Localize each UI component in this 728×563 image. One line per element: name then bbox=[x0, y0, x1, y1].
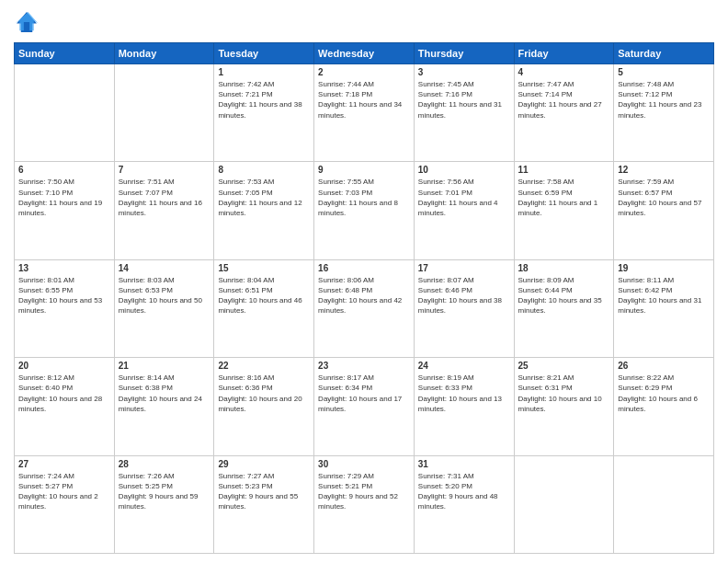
logo-icon bbox=[14, 9, 40, 35]
day-number: 28 bbox=[119, 459, 210, 469]
day-number: 5 bbox=[618, 67, 710, 77]
day-info: Sunrise: 7:27 AMSunset: 5:23 PMDaylight:… bbox=[218, 471, 310, 512]
day-number: 20 bbox=[18, 361, 110, 371]
day-number: 1 bbox=[218, 67, 310, 77]
day-info: Sunrise: 8:12 AMSunset: 6:40 PMDaylight:… bbox=[18, 373, 110, 414]
logo bbox=[14, 9, 43, 35]
day-number: 22 bbox=[218, 361, 310, 371]
day-info: Sunrise: 7:47 AMSunset: 7:14 PMDaylight:… bbox=[518, 79, 610, 121]
empty-cell bbox=[15, 64, 115, 162]
day-info: Sunrise: 8:09 AMSunset: 6:44 PMDaylight:… bbox=[518, 275, 610, 316]
day-cell-29: 29Sunrise: 7:27 AMSunset: 5:23 PMDayligh… bbox=[214, 455, 314, 553]
day-number: 26 bbox=[618, 361, 710, 371]
day-number: 17 bbox=[418, 263, 510, 273]
week-row-1: 1Sunrise: 7:42 AMSunset: 7:21 PMDaylight… bbox=[15, 64, 714, 162]
weekday-header-row: SundayMondayTuesdayWednesdayThursdayFrid… bbox=[15, 43, 714, 64]
day-info: Sunrise: 7:56 AMSunset: 7:01 PMDaylight:… bbox=[418, 177, 510, 218]
day-number: 2 bbox=[318, 67, 410, 77]
day-info: Sunrise: 7:31 AMSunset: 5:20 PMDaylight:… bbox=[418, 471, 510, 512]
week-row-4: 20Sunrise: 8:12 AMSunset: 6:40 PMDayligh… bbox=[15, 358, 714, 455]
weekday-header-monday: Monday bbox=[114, 43, 214, 64]
day-info: Sunrise: 8:21 AMSunset: 6:31 PMDaylight:… bbox=[518, 373, 610, 414]
day-cell-8: 8Sunrise: 7:53 AMSunset: 7:05 PMDaylight… bbox=[214, 162, 314, 259]
day-info: Sunrise: 7:24 AMSunset: 5:27 PMDaylight:… bbox=[18, 471, 110, 512]
day-cell-22: 22Sunrise: 8:16 AMSunset: 6:36 PMDayligh… bbox=[214, 358, 314, 455]
day-number: 23 bbox=[318, 361, 410, 371]
day-info: Sunrise: 7:55 AMSunset: 7:03 PMDaylight:… bbox=[318, 177, 410, 218]
day-info: Sunrise: 7:58 AMSunset: 6:59 PMDaylight:… bbox=[518, 177, 610, 218]
day-cell-6: 6Sunrise: 7:50 AMSunset: 7:10 PMDaylight… bbox=[15, 162, 115, 259]
day-number: 31 bbox=[418, 459, 510, 469]
day-cell-23: 23Sunrise: 8:17 AMSunset: 6:34 PMDayligh… bbox=[314, 358, 415, 455]
day-info: Sunrise: 8:17 AMSunset: 6:34 PMDaylight:… bbox=[318, 373, 410, 414]
day-info: Sunrise: 7:59 AMSunset: 6:57 PMDaylight:… bbox=[618, 177, 710, 218]
day-cell-24: 24Sunrise: 8:19 AMSunset: 6:33 PMDayligh… bbox=[414, 358, 514, 455]
day-info: Sunrise: 8:07 AMSunset: 6:46 PMDaylight:… bbox=[418, 275, 510, 316]
day-cell-11: 11Sunrise: 7:58 AMSunset: 6:59 PMDayligh… bbox=[514, 162, 614, 259]
day-info: Sunrise: 8:11 AMSunset: 6:42 PMDaylight:… bbox=[618, 275, 710, 316]
day-number: 4 bbox=[518, 67, 610, 77]
day-info: Sunrise: 8:06 AMSunset: 6:48 PMDaylight:… bbox=[318, 275, 410, 316]
day-info: Sunrise: 7:42 AMSunset: 7:21 PMDaylight:… bbox=[218, 79, 310, 121]
empty-cell bbox=[114, 64, 214, 162]
day-info: Sunrise: 7:50 AMSunset: 7:10 PMDaylight:… bbox=[18, 177, 110, 218]
day-cell-18: 18Sunrise: 8:09 AMSunset: 6:44 PMDayligh… bbox=[514, 259, 614, 357]
weekday-header-friday: Friday bbox=[514, 43, 614, 64]
day-info: Sunrise: 8:16 AMSunset: 6:36 PMDaylight:… bbox=[218, 373, 310, 414]
day-info: Sunrise: 7:53 AMSunset: 7:05 PMDaylight:… bbox=[218, 177, 310, 218]
day-number: 15 bbox=[218, 263, 310, 273]
day-number: 13 bbox=[18, 263, 110, 273]
day-cell-16: 16Sunrise: 8:06 AMSunset: 6:48 PMDayligh… bbox=[314, 259, 415, 357]
calendar-table: SundayMondayTuesdayWednesdayThursdayFrid… bbox=[14, 42, 714, 554]
day-cell-12: 12Sunrise: 7:59 AMSunset: 6:57 PMDayligh… bbox=[614, 162, 714, 259]
day-cell-25: 25Sunrise: 8:21 AMSunset: 6:31 PMDayligh… bbox=[514, 358, 614, 455]
day-number: 7 bbox=[119, 165, 210, 175]
day-cell-10: 10Sunrise: 7:56 AMSunset: 7:01 PMDayligh… bbox=[414, 162, 514, 259]
week-row-3: 13Sunrise: 8:01 AMSunset: 6:55 PMDayligh… bbox=[15, 259, 714, 357]
day-number: 9 bbox=[318, 165, 410, 175]
week-row-5: 27Sunrise: 7:24 AMSunset: 5:27 PMDayligh… bbox=[15, 455, 714, 553]
day-number: 6 bbox=[18, 165, 110, 175]
empty-cell bbox=[614, 455, 714, 553]
day-info: Sunrise: 8:01 AMSunset: 6:55 PMDaylight:… bbox=[18, 275, 110, 316]
day-number: 14 bbox=[119, 263, 210, 273]
day-number: 27 bbox=[18, 459, 110, 469]
day-number: 10 bbox=[418, 165, 510, 175]
day-cell-26: 26Sunrise: 8:22 AMSunset: 6:29 PMDayligh… bbox=[614, 358, 714, 455]
day-cell-30: 30Sunrise: 7:29 AMSunset: 5:21 PMDayligh… bbox=[314, 455, 415, 553]
day-cell-7: 7Sunrise: 7:51 AMSunset: 7:07 PMDaylight… bbox=[114, 162, 214, 259]
day-info: Sunrise: 8:03 AMSunset: 6:53 PMDaylight:… bbox=[119, 275, 210, 316]
day-cell-14: 14Sunrise: 8:03 AMSunset: 6:53 PMDayligh… bbox=[114, 259, 214, 357]
day-number: 12 bbox=[618, 165, 710, 175]
week-row-2: 6Sunrise: 7:50 AMSunset: 7:10 PMDaylight… bbox=[15, 162, 714, 259]
day-cell-31: 31Sunrise: 7:31 AMSunset: 5:20 PMDayligh… bbox=[414, 455, 514, 553]
day-number: 18 bbox=[518, 263, 610, 273]
day-cell-5: 5Sunrise: 7:48 AMSunset: 7:12 PMDaylight… bbox=[614, 64, 714, 162]
weekday-header-wednesday: Wednesday bbox=[314, 43, 415, 64]
day-number: 25 bbox=[518, 361, 610, 371]
day-info: Sunrise: 8:14 AMSunset: 6:38 PMDaylight:… bbox=[119, 373, 210, 414]
day-cell-15: 15Sunrise: 8:04 AMSunset: 6:51 PMDayligh… bbox=[214, 259, 314, 357]
day-cell-13: 13Sunrise: 8:01 AMSunset: 6:55 PMDayligh… bbox=[15, 259, 115, 357]
day-number: 19 bbox=[618, 263, 710, 273]
empty-cell bbox=[514, 455, 614, 553]
day-number: 30 bbox=[318, 459, 410, 469]
day-cell-4: 4Sunrise: 7:47 AMSunset: 7:14 PMDaylight… bbox=[514, 64, 614, 162]
weekday-header-sunday: Sunday bbox=[15, 43, 115, 64]
day-number: 24 bbox=[418, 361, 510, 371]
day-cell-19: 19Sunrise: 8:11 AMSunset: 6:42 PMDayligh… bbox=[614, 259, 714, 357]
weekday-header-thursday: Thursday bbox=[414, 43, 514, 64]
header bbox=[14, 9, 714, 35]
day-number: 8 bbox=[218, 165, 310, 175]
day-info: Sunrise: 7:29 AMSunset: 5:21 PMDaylight:… bbox=[318, 471, 410, 512]
weekday-header-saturday: Saturday bbox=[614, 43, 714, 64]
day-cell-21: 21Sunrise: 8:14 AMSunset: 6:38 PMDayligh… bbox=[114, 358, 214, 455]
day-cell-28: 28Sunrise: 7:26 AMSunset: 5:25 PMDayligh… bbox=[114, 455, 214, 553]
day-cell-17: 17Sunrise: 8:07 AMSunset: 6:46 PMDayligh… bbox=[414, 259, 514, 357]
day-info: Sunrise: 7:26 AMSunset: 5:25 PMDaylight:… bbox=[119, 471, 210, 512]
day-number: 21 bbox=[119, 361, 210, 371]
day-cell-9: 9Sunrise: 7:55 AMSunset: 7:03 PMDaylight… bbox=[314, 162, 415, 259]
day-cell-3: 3Sunrise: 7:45 AMSunset: 7:16 PMDaylight… bbox=[414, 64, 514, 162]
day-number: 11 bbox=[518, 165, 610, 175]
day-info: Sunrise: 7:48 AMSunset: 7:12 PMDaylight:… bbox=[618, 79, 710, 121]
